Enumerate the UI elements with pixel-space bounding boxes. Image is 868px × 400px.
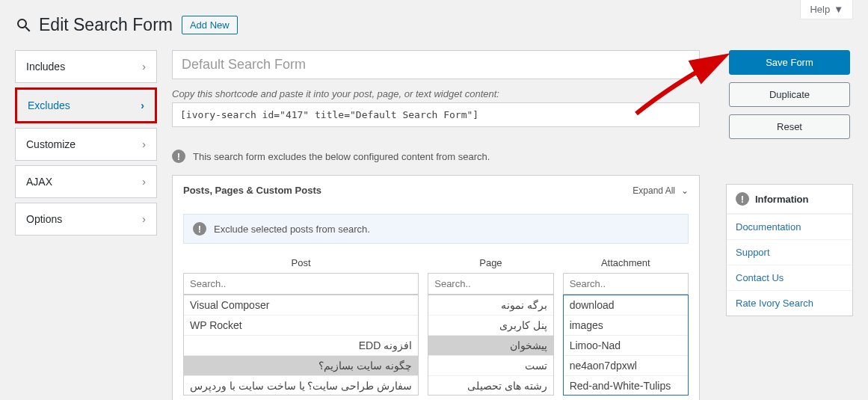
notice-text: This search form excludes the below conf…: [193, 151, 490, 162]
info-box-title: ! Information: [727, 185, 852, 214]
save-form-button[interactable]: Save Form: [729, 50, 850, 75]
reset-button[interactable]: Reset: [729, 114, 850, 139]
sub-notice-text: Exclude selected posts from search.: [214, 224, 370, 235]
attachment-search-input[interactable]: [563, 273, 689, 295]
expand-all-toggle[interactable]: Expand All ⌄: [632, 185, 689, 196]
post-list[interactable]: Visual ComposerWP Rocketافزونه EDDچگونه …: [183, 295, 419, 396]
page-list[interactable]: برگه نمونهپنل کاربریپیشخوانتسترشته های ت…: [428, 295, 553, 396]
sub-notice: ! Exclude selected posts from search.: [183, 214, 689, 244]
list-item[interactable]: Red-and-White-Tulips: [564, 376, 688, 396]
page-header: Edit Search Form Add New: [15, 15, 853, 35]
shortcode-hint: Copy this shortcode and paste it into yo…: [172, 88, 700, 99]
form-title-input[interactable]: [172, 50, 700, 79]
list-item[interactable]: ne4aon7dpxwl: [564, 356, 688, 376]
list-item[interactable]: رشته های تحصیلی: [428, 376, 552, 396]
list-item[interactable]: Visual Composer: [184, 295, 418, 316]
main-content: Copy this shortcode and paste it into yo…: [172, 50, 711, 400]
shortcode-display[interactable]: [ivory-search id="417" title="Default Se…: [172, 102, 700, 127]
list-item[interactable]: Limoo-Nad: [564, 336, 688, 356]
tab-label: AJAX: [26, 176, 52, 188]
list-item[interactable]: پنل کاربری: [428, 316, 552, 336]
tab-label: Customize: [26, 138, 76, 150]
list-item[interactable]: افزونه EDD: [184, 336, 418, 356]
chevron-right-icon: ›: [141, 99, 144, 111]
tab-ajax[interactable]: AJAX ›: [15, 165, 157, 198]
chevron-right-icon: ›: [142, 61, 146, 73]
chevron-right-icon: ›: [142, 176, 146, 188]
actions-sidebar: Save Form Duplicate Reset ! Information …: [726, 50, 853, 400]
tab-label: Excludes: [28, 99, 70, 111]
attachment-list[interactable]: downloadimagesLimoo-Nadne4aon7dpxwlRed-a…: [563, 295, 689, 396]
post-column: Post Visual ComposerWP Rocketافزونه EDDچ…: [183, 253, 419, 396]
tab-options[interactable]: Options ›: [15, 203, 157, 236]
page-search-input[interactable]: [428, 273, 553, 295]
help-tab[interactable]: Help ▼: [800, 0, 853, 19]
page-title: Edit Search Form: [15, 15, 173, 35]
tab-includes[interactable]: Includes ›: [15, 50, 157, 83]
list-item[interactable]: download: [564, 295, 688, 316]
chevron-right-icon: ›: [142, 138, 146, 150]
column-title: Page: [428, 253, 553, 273]
page-column: Page برگه نمونهپنل کاربریپیشخوانتسترشته …: [428, 253, 553, 396]
panel-title: Posts, Pages & Custom Posts: [183, 185, 321, 196]
list-item[interactable]: images: [564, 316, 688, 336]
chevron-down-icon: ⌄: [681, 185, 689, 196]
tab-label: Options: [26, 213, 62, 225]
list-item[interactable]: سفارش طراحی سایت؟ یا ساخت سایت با وردپرس: [184, 376, 418, 396]
tab-excludes[interactable]: Excludes ›: [15, 87, 157, 123]
add-new-button[interactable]: Add New: [182, 16, 238, 34]
contact-link[interactable]: Contact Us: [727, 265, 852, 290]
information-box: ! Information Documentation Support Cont…: [726, 184, 853, 316]
info-icon: !: [172, 150, 185, 163]
list-item[interactable]: WP Rocket: [184, 316, 418, 336]
exclude-notice: ! This search form excludes the below co…: [172, 142, 700, 175]
panel-header[interactable]: Posts, Pages & Custom Posts Expand All ⌄: [173, 176, 699, 205]
column-title: Post: [183, 253, 419, 273]
post-search-input[interactable]: [183, 273, 419, 295]
caret-down-icon: ▼: [834, 4, 843, 15]
help-label: Help: [810, 4, 830, 15]
attachment-column: Attachment downloadimagesLimoo-Nadne4aon…: [563, 253, 689, 396]
rate-link[interactable]: Rate Ivory Search: [727, 290, 852, 316]
list-item[interactable]: برگه نمونه: [428, 295, 552, 316]
tab-customize[interactable]: Customize ›: [15, 128, 157, 161]
search-icon: [15, 16, 33, 34]
doc-link[interactable]: Documentation: [727, 214, 852, 239]
duplicate-button[interactable]: Duplicate: [729, 82, 850, 107]
info-icon: !: [193, 222, 206, 236]
info-icon: !: [736, 192, 749, 206]
list-item[interactable]: پیشخوان: [428, 336, 552, 356]
chevron-right-icon: ›: [142, 213, 146, 225]
tab-label: Includes: [26, 61, 65, 73]
settings-tabs-sidebar: Includes › Excludes › Customize › AJAX ›…: [15, 50, 157, 400]
support-link[interactable]: Support: [727, 239, 852, 265]
posts-panel: Posts, Pages & Custom Posts Expand All ⌄…: [172, 175, 700, 400]
list-item[interactable]: تست: [428, 356, 552, 376]
column-title: Attachment: [563, 253, 689, 273]
list-item[interactable]: چگونه سایت بسازیم؟: [184, 356, 418, 376]
